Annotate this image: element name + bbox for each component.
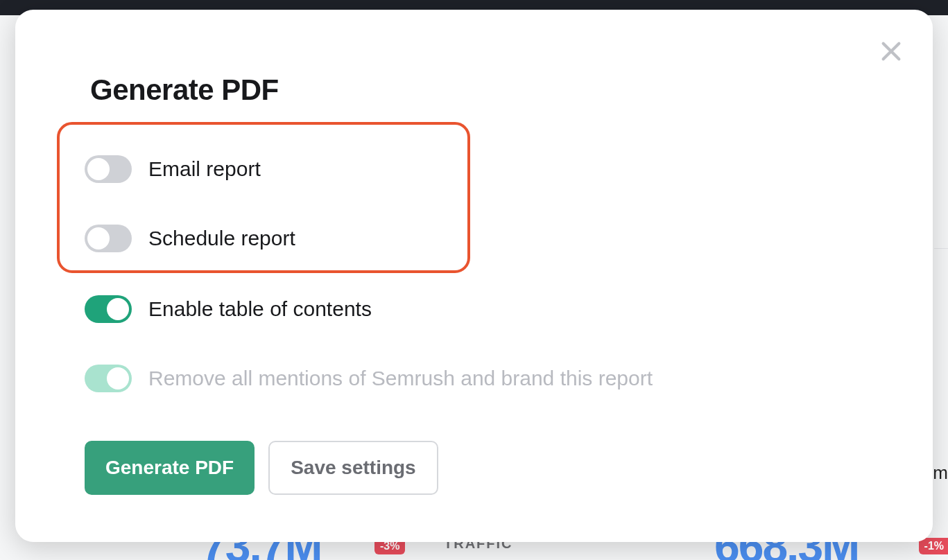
remove-branding-toggle[interactable] xyxy=(85,365,132,392)
option-row-toc: Enable table of contents xyxy=(85,295,372,323)
background-stray-letter: m xyxy=(933,462,948,484)
generate-pdf-button[interactable]: Generate PDF xyxy=(85,441,255,495)
close-button[interactable] xyxy=(876,36,906,67)
toggle-knob xyxy=(87,158,110,180)
modal-title: Generate PDF xyxy=(90,73,279,107)
option-row-schedule: Schedule report xyxy=(85,225,295,252)
email-report-label: Email report xyxy=(148,157,261,181)
modal-button-row: Generate PDF Save settings xyxy=(85,441,438,495)
generate-pdf-modal: Generate PDF Email report Schedule repor… xyxy=(15,10,933,542)
option-row-email: Email report xyxy=(85,155,261,183)
email-report-toggle[interactable] xyxy=(85,155,132,183)
close-icon xyxy=(879,40,903,63)
save-settings-button[interactable]: Save settings xyxy=(268,441,438,495)
toggle-knob xyxy=(107,298,129,320)
background-metric-right-delta-badge: -1% xyxy=(919,538,948,554)
toggle-knob xyxy=(107,367,129,390)
table-of-contents-label: Enable table of contents xyxy=(148,297,372,321)
schedule-report-label: Schedule report xyxy=(148,227,295,250)
table-of-contents-toggle[interactable] xyxy=(85,295,132,323)
schedule-report-toggle[interactable] xyxy=(85,225,132,252)
option-row-brand: Remove all mentions of Semrush and brand… xyxy=(85,365,653,392)
background-divider xyxy=(934,248,948,249)
toggle-knob xyxy=(87,227,110,250)
remove-branding-label: Remove all mentions of Semrush and brand… xyxy=(148,367,653,390)
